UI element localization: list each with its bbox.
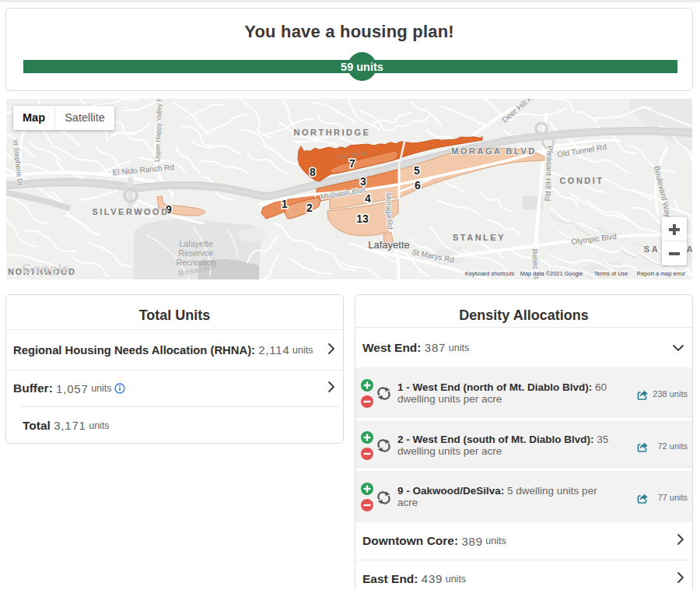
svg-text:13: 13 <box>356 212 369 225</box>
svg-text:1: 1 <box>282 198 288 210</box>
svg-text:SILVERWOOD: SILVERWOOD <box>92 207 169 216</box>
svg-text:A: A <box>687 244 692 254</box>
svg-text:6: 6 <box>415 179 421 191</box>
svg-text:Reservoir: Reservoir <box>179 248 214 258</box>
svg-text:2: 2 <box>306 202 313 214</box>
svg-text:7: 7 <box>349 157 355 170</box>
svg-text:CONDIT: CONDIT <box>559 176 604 185</box>
svg-text:Lafayette: Lafayette <box>179 239 212 248</box>
svg-text:NORTHRIDGE: NORTHRIDGE <box>294 128 371 137</box>
svg-text:5: 5 <box>414 164 420 177</box>
svg-text:4: 4 <box>365 192 371 205</box>
svg-text:SA: SA <box>644 244 660 254</box>
svg-text:STANLEY: STANLEY <box>453 233 506 242</box>
svg-text:MORAGA BLVD: MORAGA BLVD <box>451 146 536 156</box>
svg-text:Lafayette: Lafayette <box>368 239 410 251</box>
svg-text:8: 8 <box>310 166 316 178</box>
